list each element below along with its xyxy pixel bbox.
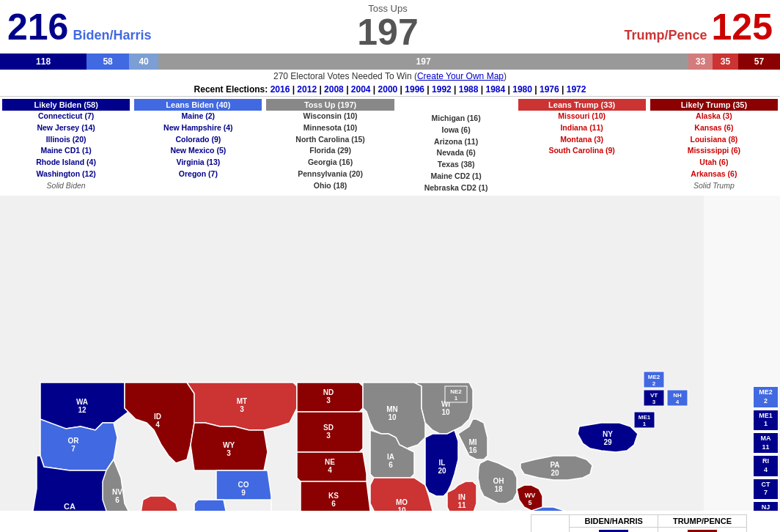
- svg-text:VT: VT: [650, 392, 658, 399]
- legend-solid-label: Solid: [531, 528, 570, 532]
- svg-text:4: 4: [676, 399, 680, 405]
- sidebar-states: ME22 ME11 MA11 RI4 CT7 NJ14 DE3 MD10 DC3: [753, 386, 780, 511]
- cat-likely-biden-header: Likely Biden (58): [2, 99, 130, 111]
- svg-text:IA: IA: [387, 453, 394, 461]
- legend-biden-harris-header: BIDEN/HARRIS: [570, 515, 658, 528]
- legend-table: BIDEN/HARRIS TRUMP/PENCE Solid Likely: [531, 514, 747, 532]
- svg-text:CO: CO: [238, 481, 249, 489]
- state-box-ri: RI4: [753, 455, 779, 476]
- svg-text:WY: WY: [223, 441, 235, 449]
- svg-text:20: 20: [551, 469, 559, 477]
- svg-text:IL: IL: [439, 459, 446, 467]
- svg-text:IN: IN: [458, 493, 466, 501]
- trump-number: 125: [712, 9, 773, 45]
- svg-text:2: 2: [652, 380, 656, 387]
- legend-area: BIDEN/HARRIS TRUMP/PENCE Solid Likely: [0, 511, 780, 532]
- biden-score: 216 Biden/Harris: [7, 9, 151, 45]
- svg-text:6: 6: [331, 500, 336, 508]
- state-box-ma: MA11: [753, 432, 779, 454]
- svg-text:NY: NY: [603, 430, 613, 438]
- svg-text:SD: SD: [323, 424, 334, 432]
- election-year-link-1980[interactable]: 1980: [512, 84, 532, 95]
- svg-text:6: 6: [389, 461, 393, 469]
- svg-text:KS: KS: [328, 492, 339, 500]
- election-year-link-1996[interactable]: 1996: [405, 84, 424, 95]
- state-box-me2: ME22: [753, 386, 779, 407]
- cat-likely-trump: Likely Trump (35) Alaska (3)Kansas (6)Lo…: [648, 97, 780, 196]
- svg-text:12: 12: [78, 406, 87, 414]
- svg-text:3: 3: [326, 396, 331, 404]
- svg-text:7: 7: [71, 445, 76, 453]
- state-box-me1: ME11: [753, 410, 779, 431]
- biden-number: 216: [7, 9, 68, 45]
- svg-text:NV: NV: [112, 488, 122, 496]
- svg-text:1: 1: [643, 421, 647, 427]
- us-map: WA 12 OR 7 CA 55 ID 4 NV 6 AZ 11 MT 3 W: [0, 196, 704, 511]
- svg-marker-4: [40, 419, 117, 470]
- trump-score: Trump/Pence 125: [625, 9, 773, 45]
- election-year-link-2008[interactable]: 2008: [324, 84, 344, 95]
- svg-text:ND: ND: [323, 388, 334, 396]
- svg-text:10: 10: [441, 408, 450, 416]
- bar-solid-trump: 57: [738, 53, 780, 70]
- election-year-link-2016[interactable]: 2016: [271, 84, 290, 95]
- svg-text:NH: NH: [673, 392, 682, 399]
- bar-solid-biden: 118: [0, 53, 87, 70]
- election-year-link-1988[interactable]: 1988: [459, 84, 479, 95]
- svg-text:3: 3: [652, 399, 656, 405]
- legend-trump-pence-header: TRUMP/PENCE: [658, 515, 746, 528]
- svg-text:20: 20: [438, 467, 446, 475]
- svg-text:16: 16: [468, 446, 477, 454]
- svg-text:3: 3: [326, 432, 331, 440]
- election-year-link-1992[interactable]: 1992: [432, 84, 452, 95]
- election-year-link-2004[interactable]: 2004: [351, 84, 371, 95]
- svg-text:18: 18: [494, 485, 503, 493]
- cat-leans-biden-header: Leans Biden (40): [134, 99, 262, 111]
- svg-text:4: 4: [155, 421, 160, 429]
- svg-text:6: 6: [115, 496, 119, 504]
- state-box-ct: CT7: [753, 479, 779, 500]
- bar-likely-trump: 35: [713, 53, 738, 70]
- svg-text:10: 10: [397, 506, 406, 511]
- ev-needed: 270 Electoral Votes Needed To Win (Creat…: [0, 70, 780, 83]
- cat-leans-biden: Leans Biden (40) Maine (2)New Hampshire …: [132, 97, 264, 196]
- svg-text:4: 4: [328, 466, 332, 474]
- svg-text:ME2: ME2: [648, 374, 661, 380]
- svg-text:NE: NE: [325, 458, 335, 466]
- biden-label: Biden/Harris: [73, 28, 151, 43]
- cat-toss-header: Toss Up (197): [266, 99, 394, 111]
- recent-elections: Recent Elections: 2016 | 2012 | 2008 | 2…: [0, 83, 780, 96]
- cat-toss-up: Toss Up (197) Wisconsin (10)Minnesota (1…: [264, 97, 396, 196]
- svg-text:WV: WV: [525, 492, 536, 499]
- cat-likely-biden: Likely Biden (58) Connecticut (7)New Jer…: [0, 97, 132, 196]
- svg-text:ME1: ME1: [639, 414, 651, 421]
- svg-text:5: 5: [528, 499, 531, 506]
- svg-text:PA: PA: [550, 461, 559, 469]
- bar-lean-trump: 33: [688, 53, 713, 70]
- svg-text:11: 11: [457, 501, 466, 509]
- svg-text:MI: MI: [468, 438, 477, 446]
- svg-text:3: 3: [227, 449, 231, 457]
- map-area: WA 12 OR 7 CA 55 ID 4 NV 6 AZ 11 MT 3 W: [0, 196, 780, 511]
- election-year-link-1976[interactable]: 1976: [540, 84, 559, 95]
- svg-text:MO: MO: [396, 498, 408, 506]
- toss-ups: Toss Ups 197: [357, 3, 418, 51]
- cat-leans-trump: Leans Trump (33) Missouri (10)Indiana (1…: [516, 97, 648, 196]
- svg-text:3: 3: [240, 405, 244, 413]
- bar-lean-biden: 40: [129, 53, 158, 70]
- bar-likely-biden: 58: [87, 53, 129, 70]
- election-year-link-1984[interactable]: 1984: [486, 84, 506, 95]
- create-map-link[interactable]: Create Your Own Map: [417, 71, 504, 81]
- svg-text:9: 9: [241, 489, 246, 497]
- svg-text:ID: ID: [154, 413, 161, 421]
- vote-bar: 118 58 40 197 33 35 57: [0, 53, 780, 70]
- election-year-link-2000[interactable]: 2000: [378, 84, 398, 95]
- cat-likely-trump-header: Likely Trump (35): [650, 99, 778, 111]
- toss-ups-number: 197: [357, 14, 418, 51]
- bar-toss: 197: [158, 53, 688, 70]
- election-year-link-1972[interactable]: 1972: [567, 84, 586, 95]
- svg-text:WA: WA: [76, 398, 88, 406]
- election-year-link-2012[interactable]: 2012: [297, 84, 317, 95]
- svg-text:NE2: NE2: [450, 388, 462, 395]
- cat-leans-trump-header: Leans Trump (33): [518, 99, 646, 111]
